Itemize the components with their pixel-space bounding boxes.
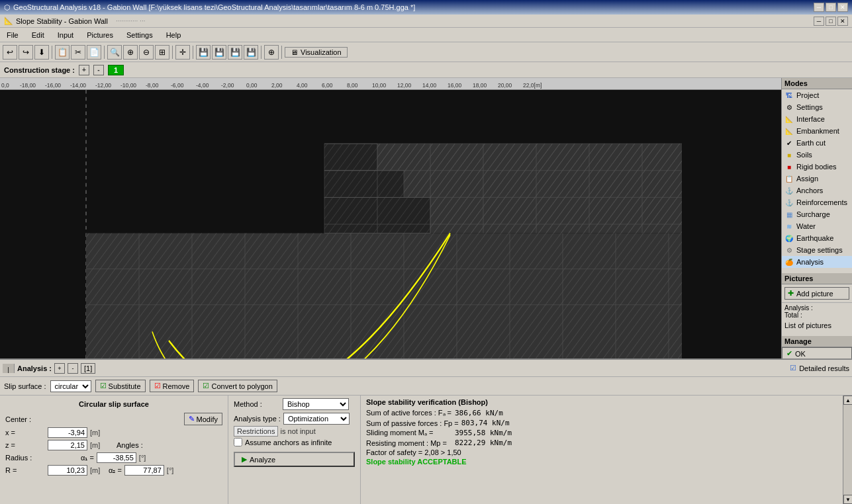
sidebar-item-project[interactable]: 🏗 Project <box>782 89 852 101</box>
zoom-out-button[interactable]: ⊖ <box>139 45 154 60</box>
z-label: z = <box>5 441 45 449</box>
bottom-remove-button[interactable]: - <box>68 363 78 374</box>
menu-input[interactable]: Input <box>54 30 77 40</box>
zoom-in-button[interactable]: ⊕ <box>123 45 138 60</box>
vertical-tab[interactable]: | <box>3 364 15 373</box>
menu-edit[interactable]: Edit <box>28 30 48 40</box>
save4-button[interactable]: 💾 <box>244 45 258 60</box>
visualization-button[interactable]: 🖥 Visualization <box>285 47 348 58</box>
sidebar-item-earth-cut[interactable]: ✔ Earth cut <box>782 137 852 149</box>
slip-type-select[interactable]: circular <box>50 380 91 392</box>
sub-close-button[interactable]: ✕ <box>837 17 848 26</box>
scroll-track[interactable] <box>843 405 852 495</box>
tb-btn-3[interactable]: ⬇ <box>34 45 49 60</box>
analyze-button[interactable]: ▶ Analyze <box>234 452 355 467</box>
stage-settings-icon: ⚙ <box>784 245 794 255</box>
slip-surface-label: Slip surface : <box>4 382 46 390</box>
stage-number[interactable]: 1 <box>108 65 124 75</box>
water-icon: ≋ <box>784 222 794 231</box>
ruler-mark: 8,00 <box>347 82 372 89</box>
sum-active-label: Sum of active forces : Fₐ = <box>366 409 452 417</box>
r-label: R = <box>5 466 45 474</box>
redo-button[interactable]: ↪ <box>19 45 33 60</box>
add-button[interactable]: ⊕ <box>264 45 279 60</box>
copy-button[interactable]: 📋 <box>55 45 70 60</box>
restrictions-badge[interactable]: Restrictions <box>234 426 278 437</box>
z-input[interactable] <box>48 440 87 450</box>
anchors-icon: ⚓ <box>784 186 794 195</box>
sidebar-item-earthquake[interactable]: 🌍 Earthquake <box>782 232 852 244</box>
sidebar-item-embankment[interactable]: 📐 Embankment <box>782 125 852 137</box>
sidebar-item-reinforcements[interactable]: ⚓ Reinforcements <box>782 196 852 208</box>
alpha2-unit: [°] <box>167 466 180 474</box>
slip-surface-row: Slip surface : circular ☑ Substitute ☑ R… <box>0 377 852 396</box>
ruler-mark: -14,00 <box>70 82 95 89</box>
maximize-button[interactable]: □ <box>826 3 836 12</box>
sidebar-item-assign[interactable]: 📋 Assign <box>782 173 852 185</box>
sidebar-item-soils[interactable]: ■ Soils <box>782 149 852 161</box>
canvas-area[interactable]: 0,0 -18,00 -16,00 -14,00 -12,00 -10,00 -… <box>0 78 781 358</box>
r-input[interactable] <box>48 465 87 476</box>
sidebar-item-surcharge[interactable]: ▦ Surcharge <box>782 208 852 220</box>
scroll-down-button[interactable]: ▼ <box>843 495 852 504</box>
zoom-window-button[interactable]: ⊞ <box>155 45 169 60</box>
sub-restore-button[interactable]: □ <box>826 17 836 26</box>
remove-button[interactable]: ☑ Remove <box>150 380 195 392</box>
paste-button[interactable]: 📄 <box>87 45 101 60</box>
menu-help[interactable]: Help <box>162 30 185 40</box>
bottom-add-button[interactable]: + <box>54 363 65 374</box>
drawing-canvas[interactable] <box>0 90 781 358</box>
bottom-analysis-label: Analysis : <box>17 364 52 372</box>
save1-button[interactable]: 💾 <box>196 45 211 60</box>
add-picture-button[interactable]: ✚ Add picture <box>784 287 849 300</box>
alpha2-input[interactable] <box>124 465 164 476</box>
title-text: GeoStructural Analysis v18 - Gabion Wall… <box>13 3 415 11</box>
toolbar: ↩ ↪ ⬇ 📋 ✂ 📄 🔍 ⊕ ⊖ ⊞ ✛ 💾 💾 💾 💾 ⊕ 🖥 Visual… <box>0 42 852 62</box>
sliding-moment-value: 3955,58 kNm/m <box>455 429 512 437</box>
save3-button[interactable]: 💾 <box>228 45 242 60</box>
modify-icon: ✎ <box>189 415 195 423</box>
save2-button[interactable]: 💾 <box>212 45 226 60</box>
sub-minimize-button[interactable]: ─ <box>814 17 824 26</box>
detailed-results-button[interactable]: ☑ Detailed results <box>790 364 849 372</box>
results-scrollbar[interactable]: ▲ ▼ <box>843 396 852 504</box>
sidebar-item-list-pictures[interactable]: List of pictures <box>782 320 852 331</box>
modify-button[interactable]: ✎ Modify <box>184 413 222 425</box>
bottom-stage-indicator[interactable]: [1] <box>81 363 95 374</box>
scroll-up-button[interactable]: ▲ <box>843 396 852 405</box>
visualization-label: Visualization <box>301 48 342 56</box>
method-select[interactable]: Bishop <box>283 398 349 410</box>
convert-polygon-button[interactable]: ☑ Convert to polygon <box>198 380 277 392</box>
undo-button[interactable]: ↩ <box>3 45 17 60</box>
sum-active-value: 386,66 kN/m <box>455 409 503 417</box>
sidebar-item-stage-settings[interactable]: ⚙ Stage settings <box>782 244 852 256</box>
stage-remove-button[interactable]: - <box>93 65 104 75</box>
close-button[interactable]: ✕ <box>837 3 848 12</box>
sidebar-item-interface[interactable]: 📐 Interface <box>782 113 852 125</box>
substitute-label: Substitute <box>109 382 141 390</box>
analysis-content: Circular slip surface Center : ✎ Modify … <box>0 396 852 504</box>
ok-button[interactable]: ✔ OK <box>782 347 852 358</box>
circular-slip-panel: Circular slip surface Center : ✎ Modify … <box>0 396 228 504</box>
menu-file[interactable]: File <box>3 30 23 40</box>
sidebar-item-rigid-bodies[interactable]: ■ Rigid bodies <box>782 161 852 173</box>
stage-add-button[interactable]: + <box>79 65 89 75</box>
x-input[interactable] <box>48 427 87 438</box>
sidebar-item-settings[interactable]: ⚙ Settings <box>782 101 852 113</box>
pan-button[interactable]: ✛ <box>175 45 190 60</box>
cut-button[interactable]: ✂ <box>71 45 85 60</box>
substitute-button[interactable]: ☑ Substitute <box>95 380 146 392</box>
r-unit: [m] <box>90 466 103 474</box>
assume-anchors-checkbox[interactable] <box>234 438 242 446</box>
analysis-type-select[interactable]: Optimization <box>283 413 350 425</box>
alpha1-input[interactable] <box>97 452 136 463</box>
menu-pictures[interactable]: Pictures <box>83 30 117 40</box>
assume-anchors-label: Assume anchors as infinite <box>245 439 332 446</box>
sidebar-item-analysis[interactable]: 🍊 Analysis <box>782 256 852 268</box>
menu-settings[interactable]: Settings <box>122 30 157 40</box>
sidebar-item-anchors[interactable]: ⚓ Anchors <box>782 185 852 196</box>
minimize-button[interactable]: ─ <box>814 3 824 12</box>
sidebar-item-water[interactable]: ≋ Water <box>782 220 852 232</box>
remove-icon: ☑ <box>154 382 161 390</box>
zoom-fit-button[interactable]: 🔍 <box>107 45 122 60</box>
